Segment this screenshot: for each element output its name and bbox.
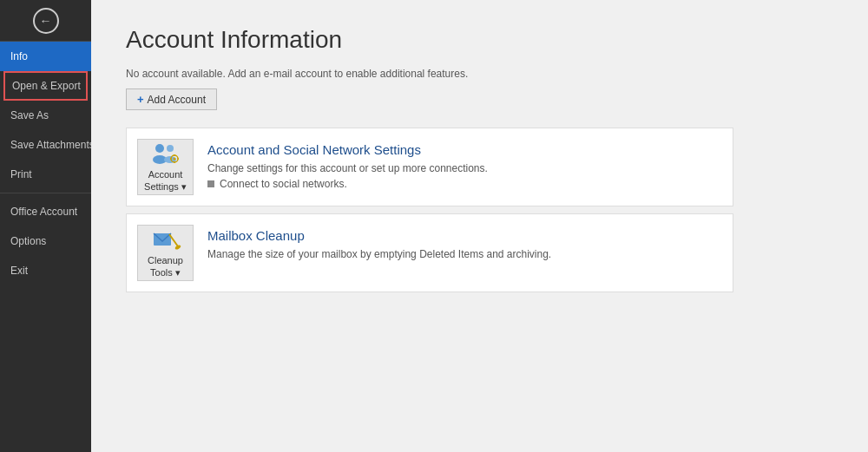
main-content: Account Information No account available…: [91, 0, 868, 452]
mailbox-cleanup-title: Mailbox Cleanup: [207, 228, 722, 243]
svg-point-5: [173, 158, 175, 160]
account-settings-feature: Connect to social networks.: [207, 178, 722, 190]
sidebar-item-open-export[interactable]: Open & Export: [3, 71, 88, 101]
sidebar-item-info[interactable]: Info: [0, 42, 91, 71]
account-settings-icon-box[interactable]: AccountSettings ▾: [137, 139, 194, 195]
svg-point-0: [155, 144, 164, 153]
cleanup-tools-icon-box[interactable]: CleanupTools ▾: [137, 225, 194, 281]
account-settings-content: Account and Social Network Settings Chan…: [207, 139, 722, 190]
sidebar-item-exit[interactable]: Exit: [0, 256, 91, 285]
sidebar-nav: Info Open & Export Save As Save Attachme…: [0, 42, 91, 452]
account-settings-title: Account and Social Network Settings: [207, 142, 722, 157]
sidebar-item-print[interactable]: Print: [0, 160, 91, 189]
account-settings-desc: Change settings for this account or set …: [207, 162, 722, 174]
account-settings-icon: [150, 141, 181, 166]
sidebar-item-office-account[interactable]: Office Account: [0, 197, 91, 226]
account-settings-card: AccountSettings ▾ Account and Social Net…: [126, 128, 733, 206]
notice-text: No account available. Add an e-mail acco…: [126, 68, 833, 80]
account-settings-feature-text: Connect to social networks.: [220, 178, 347, 190]
mailbox-cleanup-content: Mailbox Cleanup Manage the size of your …: [207, 225, 722, 264]
sidebar-item-save-as[interactable]: Save As: [0, 101, 91, 130]
mailbox-cleanup-desc: Manage the size of your mailbox by empty…: [207, 248, 722, 260]
account-settings-card-label: AccountSettings ▾: [144, 169, 187, 192]
cleanup-tools-icon: [150, 227, 181, 252]
cleanup-tools-card-label: CleanupTools ▾: [148, 255, 183, 278]
sidebar-divider: [0, 193, 91, 193]
bullet-icon: [207, 180, 214, 187]
sidebar: ← Info Open & Export Save As Save Attach…: [0, 0, 91, 452]
add-account-button[interactable]: + Add Account: [126, 88, 217, 110]
plus-icon: +: [137, 93, 144, 106]
svg-point-2: [167, 145, 174, 152]
back-button[interactable]: ←: [0, 0, 91, 42]
page-title: Account Information: [126, 26, 833, 54]
sidebar-item-save-attachments[interactable]: Save Attachments: [0, 130, 91, 160]
mailbox-cleanup-card: CleanupTools ▾ Mailbox Cleanup Manage th…: [126, 213, 733, 292]
sidebar-item-options[interactable]: Options: [0, 226, 91, 256]
add-account-label: Add Account: [148, 94, 206, 106]
back-circle-icon: ←: [33, 8, 59, 34]
